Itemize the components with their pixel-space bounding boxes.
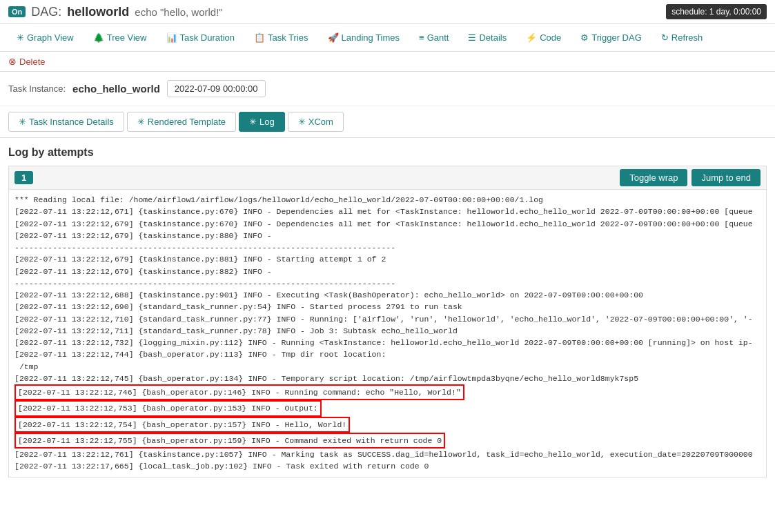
log-line: [2022-07-11 13:22:12,745] {bash_operator… bbox=[14, 373, 761, 384]
tab-gantt-label: Gantt bbox=[427, 32, 449, 43]
log-line: [2022-07-11 13:22:12,679] {taskinstance.… bbox=[14, 266, 761, 277]
tab-code-label: Code bbox=[540, 32, 561, 43]
tab-task-tries-label: Task Tries bbox=[268, 32, 308, 43]
tab-landing-times-label: Landing Times bbox=[342, 32, 400, 43]
jump-to-end-button[interactable]: Jump to end bbox=[691, 169, 761, 186]
dag-cmd: echo "hello, world!" bbox=[135, 6, 222, 18]
sub-tab-xcom-icon: ✳ bbox=[298, 117, 306, 127]
tab-refresh-label: Refresh bbox=[671, 32, 703, 43]
sub-tab-details-label: Task Instance Details bbox=[29, 117, 114, 127]
dag-on-badge[interactable]: On bbox=[8, 6, 26, 17]
tab-gantt[interactable]: ≡ Gantt bbox=[411, 28, 457, 47]
top-bar: On DAG: helloworld echo "hello, world!" … bbox=[0, 0, 775, 24]
log-line: [2022-07-11 13:22:12,761] {taskinstance.… bbox=[14, 449, 761, 460]
log-line: [2022-07-11 13:22:12,679] {taskinstance.… bbox=[14, 230, 761, 242]
code-icon: ⚡ bbox=[526, 32, 537, 43]
delete-icon: ⊗ bbox=[8, 56, 17, 67]
tab-trigger-dag-label: Trigger DAG bbox=[591, 32, 641, 43]
log-line: [2022-07-11 13:22:12,744] {bash_operator… bbox=[14, 348, 761, 360]
log-line: [2022-07-11 13:22:12,753] {bash_operator… bbox=[14, 400, 761, 416]
tab-code[interactable]: ⚡ Code bbox=[518, 28, 569, 47]
tab-task-tries[interactable]: 📋 Task Tries bbox=[246, 28, 317, 47]
log-line: [2022-07-11 13:22:12,690] {standard_task… bbox=[14, 301, 761, 313]
log-line: [2022-07-11 13:22:12,679] {taskinstance.… bbox=[14, 253, 761, 265]
log-title: Log by attempts bbox=[8, 146, 767, 159]
tab-trigger-dag[interactable]: ⚙ Trigger DAG bbox=[572, 28, 649, 47]
tab-refresh[interactable]: ↻ Refresh bbox=[653, 28, 712, 47]
details-icon: ☰ bbox=[468, 32, 476, 43]
tab-details[interactable]: ☰ Details bbox=[460, 28, 515, 47]
dag-label: DAG: bbox=[31, 5, 61, 19]
log-line: [2022-07-11 13:22:12,732] {logging_mixin… bbox=[14, 337, 761, 348]
task-instance-date: 2022-07-09 00:00:00 bbox=[167, 80, 266, 97]
task-instance-label: Task Instance: bbox=[8, 83, 66, 94]
sub-tab-log-icon: ✳ bbox=[249, 117, 257, 127]
task-tries-icon: 📋 bbox=[254, 32, 265, 43]
dag-title: On DAG: helloworld echo "hello, world!" bbox=[8, 5, 223, 19]
task-instance-name: echo_hello_world bbox=[72, 83, 160, 95]
log-line: ----------------------------------------… bbox=[14, 242, 761, 253]
landing-times-icon: 🚀 bbox=[328, 32, 339, 43]
log-line: [2022-07-11 13:22:12,710] {standard_task… bbox=[14, 313, 761, 325]
log-section: Log by attempts 1 Toggle wrap Jump to en… bbox=[0, 138, 775, 486]
graph-icon: ✳ bbox=[17, 32, 24, 43]
sub-tab-log-label: Log bbox=[259, 117, 275, 127]
log-controls: Toggle wrap Jump to end bbox=[620, 169, 761, 186]
sub-tab-rendered-label: Rendered Template bbox=[148, 117, 226, 127]
log-line: ----------------------------------------… bbox=[14, 277, 761, 289]
log-attempt-bar: 1 Toggle wrap Jump to end bbox=[8, 166, 767, 190]
sub-tab-task-instance-details[interactable]: ✳ Task Instance Details bbox=[8, 112, 124, 132]
task-duration-icon: 📊 bbox=[166, 32, 177, 43]
log-line: /tmp bbox=[14, 361, 761, 373]
nav-tabs: ✳ Graph View 🌲 Tree View 📊 Task Duration… bbox=[0, 24, 775, 52]
sub-tabs: ✳ Task Instance Details ✳ Rendered Templ… bbox=[0, 106, 775, 138]
log-content[interactable]: *** Reading local file: /home/airflow1/a… bbox=[8, 190, 767, 477]
tab-details-label: Details bbox=[479, 32, 507, 43]
tab-graph-view[interactable]: ✳ Graph View bbox=[8, 28, 82, 47]
delete-button[interactable]: ⊗ Delete bbox=[8, 56, 46, 67]
log-line: [2022-07-11 13:22:12,671] {taskinstance.… bbox=[14, 206, 761, 217]
log-line: [2022-07-11 13:22:12,754] {bash_operator… bbox=[14, 417, 761, 433]
attempt-number[interactable]: 1 bbox=[14, 171, 33, 184]
tab-task-duration[interactable]: 📊 Task Duration bbox=[158, 28, 243, 47]
sub-tab-log[interactable]: ✳ Log bbox=[239, 112, 285, 132]
dag-name: helloworld bbox=[67, 5, 129, 19]
log-line: [2022-07-11 13:22:12,755] {bash_operator… bbox=[14, 433, 761, 449]
log-line: *** Reading local file: /home/airflow1/a… bbox=[14, 194, 761, 206]
toggle-wrap-button[interactable]: Toggle wrap bbox=[620, 169, 687, 186]
log-line: [2022-07-11 13:22:17,665] {local_task_jo… bbox=[14, 460, 761, 472]
task-instance-row: Task Instance: echo_hello_world 2022-07-… bbox=[0, 72, 775, 106]
refresh-icon: ↻ bbox=[661, 32, 669, 43]
tab-landing-times[interactable]: 🚀 Landing Times bbox=[320, 28, 409, 47]
log-line: [2022-07-11 13:22:12,711] {standard_task… bbox=[14, 325, 761, 337]
gantt-icon: ≡ bbox=[419, 32, 424, 43]
trigger-icon: ⚙ bbox=[580, 32, 589, 43]
delete-label: Delete bbox=[19, 57, 46, 67]
tab-task-duration-label: Task Duration bbox=[180, 32, 235, 43]
log-line: [2022-07-11 13:22:12,679] {taskinstance.… bbox=[14, 218, 761, 230]
log-line: [2022-07-11 13:22:12,688] {taskinstance.… bbox=[14, 289, 761, 301]
delete-row: ⊗ Delete bbox=[0, 52, 775, 72]
tree-icon: 🌲 bbox=[93, 32, 104, 43]
schedule-badge: schedule: 1 day, 0:00:00 bbox=[666, 4, 767, 19]
sub-tab-xcom-label: XCom bbox=[308, 117, 333, 127]
sub-tab-rendered-template[interactable]: ✳ Rendered Template bbox=[127, 112, 236, 132]
sub-tab-details-icon: ✳ bbox=[19, 117, 26, 127]
tab-tree-view-label: Tree View bbox=[107, 32, 147, 43]
log-line: [2022-07-11 13:22:12,746] {bash_operator… bbox=[14, 384, 761, 400]
sub-tab-xcom[interactable]: ✳ XCom bbox=[288, 112, 344, 132]
tab-graph-view-label: Graph View bbox=[27, 32, 74, 43]
tab-tree-view[interactable]: 🌲 Tree View bbox=[85, 28, 155, 47]
sub-tab-rendered-icon: ✳ bbox=[137, 117, 145, 127]
